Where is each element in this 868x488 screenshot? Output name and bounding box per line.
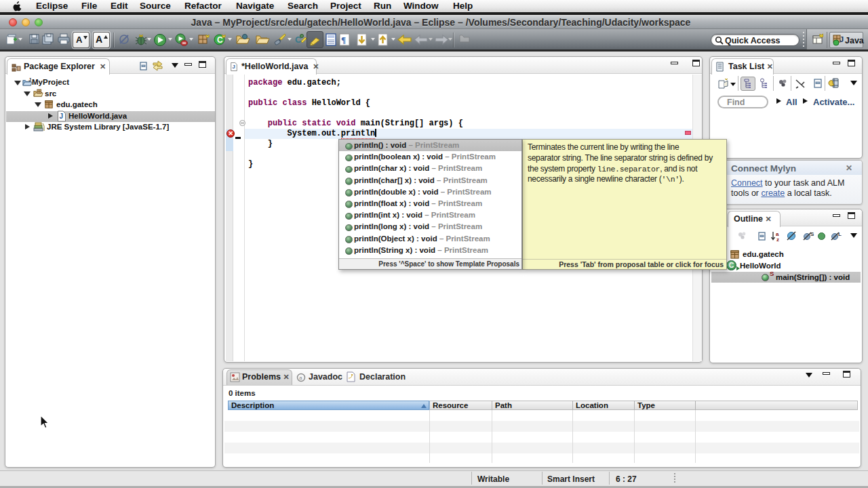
svg-text:a: a — [299, 375, 302, 381]
svg-text:J: J — [28, 77, 31, 82]
svg-text:J: J — [232, 64, 235, 70]
svg-text:J: J — [60, 113, 64, 120]
svg-text:S: S — [810, 231, 814, 237]
svg-text:J: J — [840, 35, 844, 43]
svg-text:z: z — [776, 237, 779, 242]
svg-text:L: L — [838, 231, 842, 237]
svg-text:¶: ¶ — [341, 35, 346, 45]
